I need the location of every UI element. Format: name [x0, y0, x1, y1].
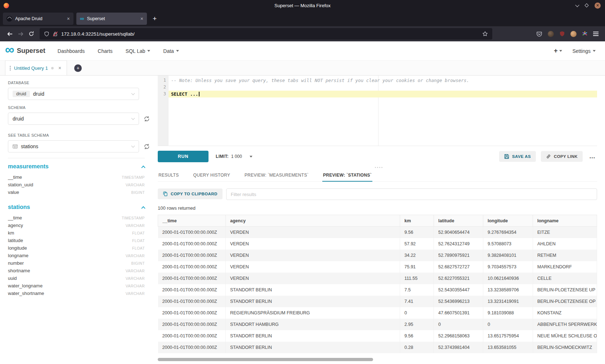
superset-logo[interactable]: ∞ Superset: [5, 47, 45, 55]
query-tab-close-icon[interactable]: ×: [58, 65, 61, 71]
column-header[interactable]: km: [400, 215, 434, 227]
window-titlebar: Superset — Mozilla Firefox ×: [0, 0, 605, 11]
settings-menu[interactable]: Settings: [572, 48, 596, 54]
caret-down-icon: [593, 50, 596, 52]
tracking-shield-icon[interactable]: [44, 31, 49, 37]
sql-editor[interactable]: 1 2 3 -- Note: Unless you save your quer…: [158, 76, 597, 146]
window-title: Superset — Mozilla Firefox: [0, 3, 605, 8]
column-type: BIGINT: [131, 261, 145, 265]
account-avatar[interactable]: [570, 31, 577, 37]
table-section-header[interactable]: measurements: [8, 163, 145, 170]
column-type: VARCHAR: [126, 223, 145, 228]
caret-down-icon: [559, 50, 562, 52]
column-row: station_uuid VARCHAR: [8, 181, 145, 188]
column-header[interactable]: longitude: [483, 215, 533, 227]
column-header[interactable]: __time: [158, 215, 226, 227]
chevron-down-icon: [131, 144, 135, 147]
table-select[interactable]: stations: [8, 140, 139, 153]
results-tabs: RESULTSQUERY HISTORYPREVIEW: `MEASUREMEN…: [158, 169, 597, 182]
nav-item[interactable]: Dashboards: [58, 48, 85, 54]
plus-icon: +: [554, 47, 558, 55]
ublock-shield-icon[interactable]: [559, 31, 565, 37]
tab-status-dot: [51, 67, 54, 69]
nav-item[interactable]: Charts: [98, 48, 112, 54]
table-row: 2000-01-01T00:00:00.000Z STANDORT BERLIN…: [158, 342, 597, 353]
save-as-button[interactable]: SAVE AS: [499, 151, 536, 162]
chevron-down-icon: [131, 116, 135, 120]
caret-down-icon: [250, 156, 252, 158]
add-new-button[interactable]: +: [554, 47, 563, 55]
refresh-schemas-icon[interactable]: [144, 116, 150, 122]
sqllab-sidebar: DATABASE druid druid SCHEMA druid SEE TA…: [0, 76, 158, 364]
brand-name: Superset: [17, 47, 45, 55]
results-header-row: __timeagencykmlatitudelongitudelongname: [158, 215, 597, 227]
table-row: 2000-01-01T00:00:00.000Z STANDORT BERLIN…: [158, 296, 597, 307]
schema-select[interactable]: druid: [8, 113, 139, 125]
sql-comment-line: -- Note: Unless you save your query, the…: [169, 77, 597, 84]
results-tab[interactable]: QUERY HISTORY: [193, 169, 231, 181]
column-row: number BIGINT: [8, 259, 145, 267]
column-type: FLOAT: [132, 238, 145, 243]
insecure-lock-icon[interactable]: [53, 31, 58, 37]
url-bar[interactable]: [40, 28, 492, 40]
copy-icon: [163, 191, 168, 196]
limit-dropdown[interactable]: LIMIT: 1 000: [216, 154, 252, 159]
menu-icon[interactable]: [593, 32, 599, 36]
results-tab[interactable]: RESULTS: [158, 169, 180, 181]
pane-drag-handle[interactable]: [158, 165, 597, 169]
back-icon[interactable]: [4, 28, 15, 39]
column-header[interactable]: latitude: [434, 215, 483, 227]
column-type: VARCHAR: [126, 183, 145, 187]
copy-link-button[interactable]: COPY LINK: [541, 151, 583, 162]
reload-icon[interactable]: [26, 28, 37, 39]
scrollbar-thumb[interactable]: [158, 358, 373, 361]
infinity-logo-icon: ∞: [5, 45, 14, 55]
window-minimize-icon[interactable]: [575, 3, 579, 7]
window-close-icon[interactable]: ×: [595, 3, 601, 9]
column-row: shortname VARCHAR: [8, 267, 145, 274]
pocket-icon[interactable]: [536, 31, 542, 37]
browser-tab-druid[interactable]: Apache Druid ×: [3, 13, 73, 25]
sqllab-main: 1 2 3 -- Note: Unless you save your quer…: [158, 76, 605, 364]
caret-down-icon: [147, 50, 150, 52]
forward-icon[interactable]: [15, 28, 26, 39]
tab-close-icon[interactable]: ×: [67, 16, 70, 22]
run-button[interactable]: RUN: [158, 151, 209, 162]
add-query-tab-button[interactable]: +: [74, 64, 82, 72]
query-tab-active[interactable]: Untitled Query 1 ×: [5, 60, 67, 75]
column-row: latitude FLOAT: [8, 237, 145, 244]
tab-close-icon[interactable]: ×: [140, 16, 143, 22]
column-row: agency VARCHAR: [8, 222, 145, 229]
column-type: FLOAT: [132, 231, 145, 235]
nav-item[interactable]: SQL Lab: [126, 48, 151, 54]
editor-toolbar: RUN LIMIT: 1 000 SAVE AS COPY LINK …: [158, 146, 597, 165]
table-section-header[interactable]: stations: [8, 204, 145, 210]
sql-active-line: SELECT ...: [169, 91, 597, 97]
url-input[interactable]: [61, 31, 479, 37]
copy-to-clipboard-button[interactable]: COPY TO CLIPBOARD: [158, 188, 223, 199]
table-row: 2000-01-01T00:00:00.000Z REGIERUNGSPRÄSI…: [158, 307, 597, 319]
new-tab-button[interactable]: +: [150, 15, 160, 23]
refresh-tables-icon[interactable]: [144, 144, 150, 150]
results-table-container: __timeagencykmlatitudelongitudelongname …: [158, 215, 597, 356]
browser-tab-superset[interactable]: ∞ Superset ×: [76, 13, 147, 25]
column-header[interactable]: longname: [533, 215, 597, 227]
extensions-icon[interactable]: [582, 31, 588, 37]
schema-label: SCHEMA: [8, 105, 158, 110]
bookmark-star-icon[interactable]: [482, 31, 488, 37]
editor-code-area[interactable]: -- Note: Unless you save your query, the…: [169, 76, 597, 146]
database-select[interactable]: druid druid: [8, 88, 139, 100]
column-row: longname VARCHAR: [8, 252, 145, 259]
filter-results-input[interactable]: [226, 188, 597, 200]
text-cursor: [199, 92, 200, 96]
column-row: water_shortname VARCHAR: [8, 290, 145, 297]
window-restore-icon[interactable]: [584, 3, 588, 7]
column-header[interactable]: agency: [226, 215, 400, 227]
results-tab[interactable]: PREVIEW: `MEASUREMENTS`: [244, 169, 309, 181]
nav-item[interactable]: Data: [163, 48, 179, 54]
more-options-icon[interactable]: …: [588, 153, 597, 160]
column-row: km FLOAT: [8, 229, 145, 237]
superset-navbar: ∞ Superset Dashboards Charts SQL Lab Dat…: [0, 41, 605, 60]
profile-avatar[interactable]: [548, 31, 554, 37]
results-tab[interactable]: PREVIEW: `STATIONS`: [322, 169, 372, 182]
